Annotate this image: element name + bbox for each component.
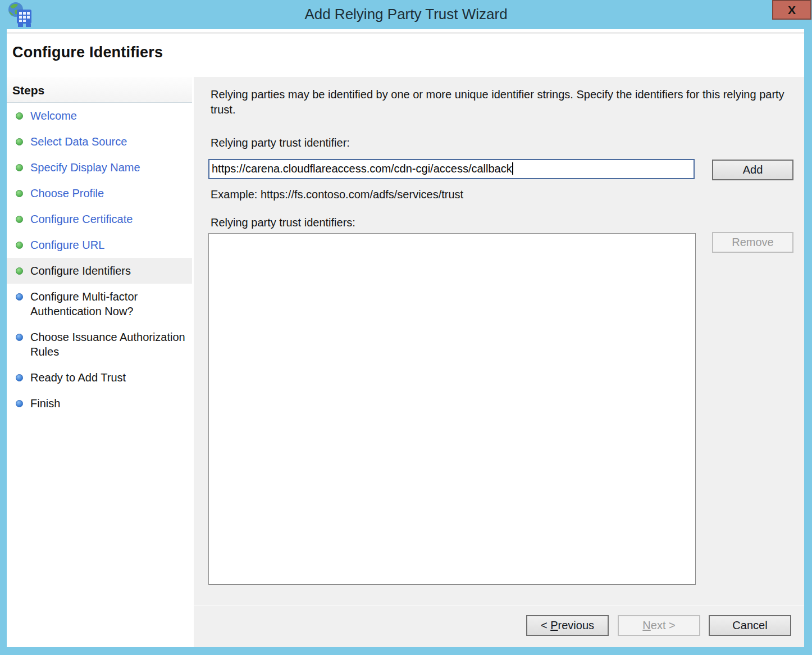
step-bullet-icon [16, 400, 23, 407]
step-label: Choose Profile [30, 186, 104, 201]
sidebar-step-choose-profile[interactable]: Choose Profile [7, 180, 192, 206]
step-label: Configure Identifiers [30, 263, 131, 278]
step-bullet-icon [16, 293, 23, 301]
text-caret-icon [512, 162, 513, 175]
close-button[interactable]: X [772, 0, 811, 20]
step-bullet-icon [16, 242, 23, 249]
identifier-input[interactable]: https://carena.cloudflareaccess.com/cdn-… [208, 159, 695, 179]
next-button: Next > [618, 615, 700, 636]
step-bullet-icon [16, 138, 23, 145]
step-label: Ready to Add Trust [30, 370, 126, 385]
step-bullet-icon [16, 190, 23, 197]
identifier-label: Relying party trust identifier: [211, 137, 350, 149]
wizard-window: Add Relying Party Trust Wizard X Configu… [0, 0, 812, 655]
step-label: Select Data Source [30, 134, 127, 149]
steps-list: Welcome Select Data Source Specify Displ… [7, 103, 192, 416]
sidebar-step-configure-certificate[interactable]: Configure Certificate [7, 206, 192, 232]
step-bullet-icon [16, 164, 23, 171]
titlebar: Add Relying Party Trust Wizard X [0, 0, 812, 29]
step-label: Specify Display Name [30, 160, 140, 175]
sidebar-step-configure-url[interactable]: Configure URL [7, 232, 192, 258]
step-label: Configure Multi-factor Authentication No… [30, 289, 188, 319]
sidebar-step-specify-display-name[interactable]: Specify Display Name [7, 154, 192, 180]
step-bullet-icon [16, 267, 23, 275]
previous-button[interactable]: < Previous [526, 615, 609, 636]
sidebar-step-configure-multi-factor-authentication-now: Configure Multi-factor Authentication No… [7, 284, 192, 324]
identifiers-list-label: Relying party trust identifiers: [211, 216, 355, 229]
step-bullet-icon [16, 216, 23, 223]
identifier-input-value: https://carena.cloudflareaccess.com/cdn-… [212, 162, 512, 175]
sidebar-step-ready-to-add-trust: Ready to Add Trust [7, 365, 192, 390]
step-bullet-icon [16, 374, 23, 381]
footer-separator [194, 605, 804, 606]
example-text: Example: https://fs.contoso.com/adfs/ser… [211, 188, 463, 201]
main-panel: Relying parties may be identified by one… [194, 77, 804, 647]
intro-text: Relying parties may be identified by one… [211, 87, 789, 117]
remove-button: Remove [712, 232, 793, 253]
cancel-button[interactable]: Cancel [709, 615, 791, 636]
steps-sidebar: Steps Welcome Select Data Source Specify… [7, 77, 192, 647]
sidebar-step-welcome[interactable]: Welcome [7, 103, 192, 129]
step-label: Welcome [30, 108, 77, 123]
add-button[interactable]: Add [712, 160, 793, 180]
step-bullet-icon [16, 112, 23, 120]
step-bullet-icon [16, 334, 23, 341]
step-label: Choose Issuance Authorization Rules [30, 330, 188, 359]
step-label: Configure URL [30, 238, 104, 252]
page-header: Configure Identifiers [7, 29, 804, 77]
adfs-app-icon [7, 2, 33, 28]
wizard-sheet: Configure Identifiers Steps Welcome Sele… [7, 29, 804, 647]
sidebar-step-configure-identifiers: Configure Identifiers [7, 258, 192, 284]
sidebar-step-choose-issuance-authorization-rules: Choose Issuance Authorization Rules [7, 324, 192, 365]
sidebar-step-select-data-source[interactable]: Select Data Source [7, 129, 192, 154]
step-label: Configure Certificate [30, 212, 133, 226]
page-title: Configure Identifiers [7, 29, 804, 61]
steps-title: Steps [7, 77, 192, 103]
window-title: Add Relying Party Trust Wizard [0, 0, 812, 28]
identifiers-listbox[interactable] [208, 233, 696, 585]
sidebar-step-finish: Finish [7, 390, 192, 416]
step-label: Finish [30, 396, 60, 411]
